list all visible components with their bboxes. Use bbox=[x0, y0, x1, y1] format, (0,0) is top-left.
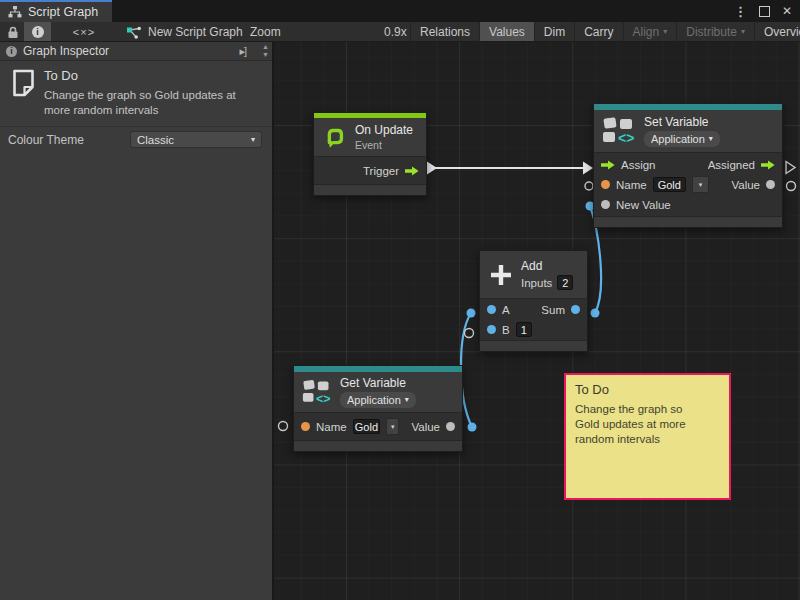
lock-icon bbox=[7, 26, 19, 39]
port-indicator-triangle[interactable] bbox=[786, 162, 795, 174]
graph-canvas[interactable]: On Update Event Trigger bbox=[274, 42, 800, 600]
colour-theme-dropdown[interactable]: Classic ▾ bbox=[130, 131, 262, 148]
b-input-port[interactable] bbox=[487, 325, 496, 334]
wire-start-arrow-icon bbox=[427, 162, 437, 175]
new-script-graph-button[interactable]: New Script Graph bbox=[126, 22, 243, 42]
wire-end-arrow-icon bbox=[583, 162, 593, 175]
align-button[interactable]: Align ▾ bbox=[623, 22, 677, 42]
a-input-port[interactable] bbox=[487, 305, 496, 314]
info-icon: i bbox=[32, 26, 44, 38]
port-indicator-circle[interactable] bbox=[465, 329, 474, 338]
chevron-down-icon: ▾ bbox=[709, 135, 713, 143]
graph-inspector-panel: i Graph Inspector ▸] ▲ ▼ To Do Change th… bbox=[0, 42, 274, 600]
node-get-variable[interactable]: <> Get Variable Application ▾ Name Gold bbox=[293, 365, 463, 452]
chevron-down-icon: ▾ bbox=[251, 136, 255, 144]
todo-text: Change the graph so Gold updates at more… bbox=[44, 88, 252, 118]
distribute-button[interactable]: Distribute ▾ bbox=[676, 22, 754, 42]
chevron-down-icon: ▾ bbox=[741, 28, 745, 36]
variables-icon: <> bbox=[302, 378, 332, 406]
a-port-label: A bbox=[502, 304, 510, 316]
toolbar-right-cluster: Relations Values Dim Carry Align ▾ Distr… bbox=[410, 22, 800, 42]
name-input-port[interactable] bbox=[601, 180, 610, 189]
variable-name-field[interactable]: Gold bbox=[353, 419, 380, 434]
inputs-count-field[interactable]: 2 bbox=[557, 275, 573, 290]
code-view-button[interactable]: <×> bbox=[64, 22, 104, 42]
node-title: Get Variable bbox=[340, 376, 416, 390]
b-port-label: B bbox=[502, 324, 510, 336]
inputs-label: Inputs bbox=[521, 277, 552, 289]
node-footer bbox=[480, 340, 587, 351]
value-port-label: Value bbox=[731, 179, 760, 191]
sticky-note-line: Change the graph so bbox=[575, 402, 720, 417]
sticky-note-line: random intervals bbox=[575, 432, 720, 447]
flow-output-port[interactable] bbox=[761, 160, 775, 170]
dock-icon[interactable]: ▸] bbox=[239, 45, 246, 58]
svg-text:<>: <> bbox=[316, 392, 330, 406]
chevron-down-icon: ▾ bbox=[699, 181, 703, 188]
node-on-update[interactable]: On Update Event Trigger bbox=[313, 112, 427, 196]
tab-script-graph[interactable]: Script Graph bbox=[0, 0, 112, 22]
inspector-todo-summary: To Do Change the graph so Gold updates a… bbox=[0, 62, 272, 127]
wire-endpoint-dot bbox=[467, 309, 476, 318]
plus-icon bbox=[489, 263, 513, 287]
port-indicator-circle[interactable] bbox=[585, 182, 593, 190]
variable-name-field[interactable]: Gold bbox=[653, 177, 686, 192]
close-icon[interactable]: ✕ bbox=[782, 4, 792, 18]
window-controls: ⋮ ✕ bbox=[734, 0, 792, 22]
inspector-toggle-button[interactable]: i bbox=[24, 22, 51, 42]
dim-button[interactable]: Dim bbox=[534, 22, 574, 42]
maximize-icon[interactable] bbox=[759, 6, 770, 17]
scroll-up-icon[interactable]: ▲ bbox=[262, 43, 269, 51]
overview-button[interactable]: Overview bbox=[754, 22, 800, 42]
tab-bar: Script Graph ⋮ ✕ bbox=[0, 0, 800, 22]
inspector-scrollbar[interactable]: ▲ ▼ bbox=[262, 43, 269, 59]
variable-name-dropdown-button[interactable]: ▾ bbox=[386, 418, 399, 435]
info-icon: i bbox=[6, 46, 17, 57]
sum-output-port[interactable] bbox=[571, 305, 580, 314]
node-footer bbox=[314, 184, 426, 195]
scroll-down-icon[interactable]: ▼ bbox=[262, 51, 269, 59]
sticky-note-title: To Do bbox=[575, 382, 720, 397]
carry-button[interactable]: Carry bbox=[574, 22, 622, 42]
variables-icon: <> bbox=[602, 116, 636, 146]
graph-toolbar: i <×> New Script Graph Zoom 0.9x Relatio… bbox=[0, 22, 800, 42]
new-graph-label: New Script Graph bbox=[148, 25, 243, 39]
flow-output-port[interactable] bbox=[405, 166, 419, 176]
code-toggle-icon: <×> bbox=[73, 26, 95, 38]
name-input-port[interactable] bbox=[301, 422, 310, 431]
variable-scope-dropdown[interactable]: Application ▾ bbox=[644, 131, 720, 147]
values-button[interactable]: Values bbox=[479, 22, 534, 42]
new-value-port-label: New Value bbox=[616, 199, 671, 211]
graph-tab-icon bbox=[8, 6, 22, 18]
lock-button[interactable] bbox=[4, 22, 22, 42]
colour-theme-value: Classic bbox=[137, 134, 174, 146]
port-indicator-circle[interactable] bbox=[787, 182, 796, 191]
node-title: Add bbox=[521, 259, 573, 273]
node-title: On Update bbox=[355, 123, 413, 137]
colour-theme-row: Colour Theme Classic ▾ bbox=[0, 127, 272, 152]
svg-text:<>: <> bbox=[618, 130, 634, 146]
wire-endpoint-dot bbox=[591, 309, 600, 318]
node-footer bbox=[594, 216, 782, 227]
flow-input-port[interactable] bbox=[601, 160, 615, 170]
new-graph-icon bbox=[126, 26, 142, 39]
value-output-port[interactable] bbox=[766, 180, 775, 189]
port-indicator-circle[interactable] bbox=[279, 422, 288, 431]
variable-scope-dropdown[interactable]: Application ▾ bbox=[340, 392, 416, 408]
assign-port-label: Assign bbox=[621, 159, 656, 171]
assigned-port-label: Assigned bbox=[708, 159, 755, 171]
sticky-note[interactable]: To Do Change the graph so Gold updates a… bbox=[564, 373, 731, 500]
node-subtitle: Event bbox=[355, 139, 413, 151]
sticky-note-icon bbox=[10, 68, 37, 98]
node-footer bbox=[294, 440, 462, 451]
tab-label: Script Graph bbox=[28, 5, 98, 19]
node-set-variable[interactable]: <> Set Variable Application ▾ Assign bbox=[593, 103, 783, 228]
new-value-input-port[interactable] bbox=[601, 200, 610, 209]
node-add[interactable]: Add Inputs 2 A Sum B bbox=[479, 250, 588, 352]
relations-button[interactable]: Relations bbox=[410, 22, 479, 42]
window-menu-icon[interactable]: ⋮ bbox=[734, 4, 747, 19]
value-output-port[interactable] bbox=[446, 422, 455, 431]
b-value-field[interactable]: 1 bbox=[516, 322, 532, 337]
variable-name-dropdown-button[interactable]: ▾ bbox=[692, 176, 709, 193]
trigger-port-label: Trigger bbox=[363, 165, 399, 177]
